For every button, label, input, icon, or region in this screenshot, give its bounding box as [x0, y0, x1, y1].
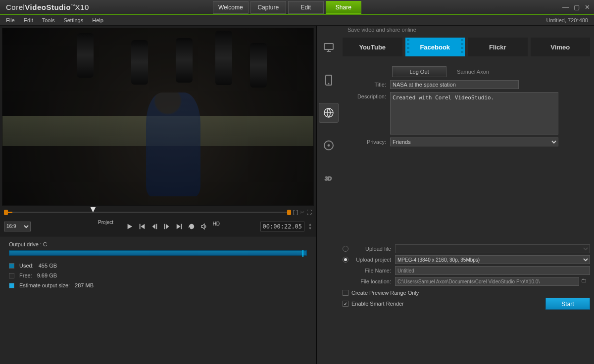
- used-value: 455 GB: [39, 263, 57, 269]
- smart-render-label: Enable Smart Render: [351, 301, 404, 307]
- volume-button[interactable]: [198, 221, 209, 232]
- preview-range-checkbox[interactable]: [343, 290, 348, 296]
- free-value: 9.69 GB: [37, 273, 57, 278]
- share-computer-icon[interactable]: [319, 38, 339, 57]
- share-disc-icon[interactable]: [319, 136, 339, 155]
- menu-file[interactable]: File: [6, 17, 15, 23]
- brand-corel: Corel: [6, 3, 25, 11]
- menu-bar: File Edit Tools Settings Help Untitled, …: [0, 15, 594, 26]
- location-label: File location:: [351, 278, 391, 284]
- used-label: Used:: [19, 263, 34, 269]
- tab-share[interactable]: Share: [326, 1, 361, 14]
- filename-label: File Name:: [351, 268, 391, 273]
- menu-edit[interactable]: Edit: [24, 17, 33, 23]
- location-input[interactable]: [395, 277, 579, 286]
- hd-indicator[interactable]: HD: [213, 221, 220, 232]
- privacy-label: Privacy:: [343, 137, 390, 145]
- logged-in-user: Samuel Axon: [457, 69, 489, 75]
- privacy-select[interactable]: Friends: [390, 137, 558, 146]
- minimize-icon[interactable]: —: [562, 3, 569, 11]
- playback-controls-bar: 16:9 Project HD 00:00:22.05 ▲ ▼: [0, 217, 316, 236]
- mark-out-handle[interactable]: [287, 210, 291, 215]
- go-start-button[interactable]: [137, 221, 148, 232]
- swatch-free: [9, 273, 14, 278]
- free-label: Free:: [19, 273, 32, 278]
- start-button[interactable]: Start: [545, 298, 590, 310]
- service-facebook[interactable]: Facebook: [405, 38, 465, 56]
- timecode-up-icon[interactable]: ▲: [308, 223, 312, 226]
- mark-in-icon[interactable]: [: [293, 209, 295, 216]
- share-3d-icon[interactable]: 3D: [319, 168, 339, 188]
- main-tab-bar: Welcome Capture Edit Share: [213, 1, 361, 14]
- prev-frame-button[interactable]: [149, 221, 160, 232]
- upload-file-select: [395, 244, 590, 253]
- title-label: Title:: [343, 80, 390, 88]
- tab-welcome[interactable]: Welcome: [213, 1, 248, 14]
- tab-edit[interactable]: Edit: [288, 1, 324, 14]
- browse-folder-icon[interactable]: 🗀: [581, 277, 590, 285]
- share-target-strip: 3D: [317, 36, 341, 364]
- timecode[interactable]: 00:00:22.05: [260, 222, 304, 231]
- window-controls: — ▢ ✕: [562, 3, 590, 11]
- menu-tools[interactable]: Tools: [42, 17, 55, 23]
- share-device-icon[interactable]: [319, 70, 339, 90]
- title-bar: CorelVideoStudio™X10 Welcome Capture Edi…: [0, 0, 594, 15]
- share-header: Save video and share online: [317, 26, 594, 36]
- description-label: Description:: [343, 92, 390, 99]
- playhead[interactable]: [90, 207, 96, 213]
- seek-track[interactable]: [4, 212, 291, 213]
- output-drive-panel: Output drive : C Used:455 GB Free:9.69 G…: [0, 236, 316, 364]
- next-frame-button[interactable]: [161, 221, 172, 232]
- drive-title: Output drive : C: [9, 241, 307, 247]
- swatch-estimate: [9, 283, 14, 288]
- aspect-select[interactable]: 16:9: [4, 222, 31, 231]
- share-web-icon[interactable]: [319, 103, 339, 123]
- go-end-button[interactable]: [174, 221, 185, 232]
- filename-input[interactable]: [395, 266, 590, 275]
- brand-videostudio: VideoStudio: [25, 3, 71, 11]
- tab-capture[interactable]: Capture: [250, 1, 286, 14]
- mark-out-icon[interactable]: ]: [297, 209, 298, 216]
- title-input[interactable]: [390, 80, 519, 89]
- swatch-used: [9, 263, 14, 269]
- close-icon[interactable]: ✕: [585, 3, 590, 11]
- description-input[interactable]: Created with Corel VideoStudio.: [390, 92, 558, 135]
- seek-bar: [ ] ✂ ⛶: [0, 208, 316, 217]
- app-brand: CorelVideoStudio™X10: [6, 3, 89, 11]
- estimate-label: Estimate output size:: [19, 282, 70, 288]
- upload-project-label: Upload project: [351, 257, 391, 263]
- service-tabs: YouTube Facebook Flickr Vimeo: [343, 38, 590, 56]
- cut-icon[interactable]: ✂: [300, 209, 304, 216]
- expand-icon[interactable]: ⛶: [306, 209, 312, 216]
- preview-range-label: Create Preview Range Only: [351, 290, 419, 296]
- service-flickr[interactable]: Flickr: [468, 38, 528, 56]
- service-youtube[interactable]: YouTube: [343, 38, 402, 56]
- svg-point-5: [328, 144, 330, 146]
- logout-button[interactable]: Log Out: [392, 66, 446, 77]
- svg-text:3D: 3D: [325, 176, 332, 182]
- repeat-button[interactable]: [186, 221, 197, 232]
- estimate-value: 287 MB: [75, 282, 94, 288]
- drive-usage-bar: [9, 250, 307, 256]
- smart-render-checkbox[interactable]: ✓: [343, 301, 348, 307]
- play-button[interactable]: [124, 221, 135, 232]
- upload-project-radio[interactable]: [343, 257, 348, 263]
- timecode-down-icon[interactable]: ▼: [308, 227, 312, 230]
- upload-file-label: Upload file: [351, 246, 391, 252]
- maximize-icon[interactable]: ▢: [574, 3, 580, 11]
- menu-help[interactable]: Help: [92, 17, 103, 23]
- mark-in-handle[interactable]: [4, 210, 8, 215]
- controls-mode-label: Project: [98, 220, 113, 225]
- video-preview[interactable]: [2, 28, 314, 206]
- brand-version: X10: [75, 3, 89, 11]
- menu-settings[interactable]: Settings: [63, 17, 83, 23]
- upload-project-select[interactable]: MPEG-4 (3840 x 2160, 30p, 35Mbps): [395, 255, 590, 264]
- upload-file-radio[interactable]: [343, 246, 348, 252]
- project-info: Untitled, 720*480: [546, 17, 588, 23]
- svg-rect-0: [324, 44, 333, 49]
- service-vimeo[interactable]: Vimeo: [531, 38, 591, 56]
- svg-point-2: [328, 83, 329, 84]
